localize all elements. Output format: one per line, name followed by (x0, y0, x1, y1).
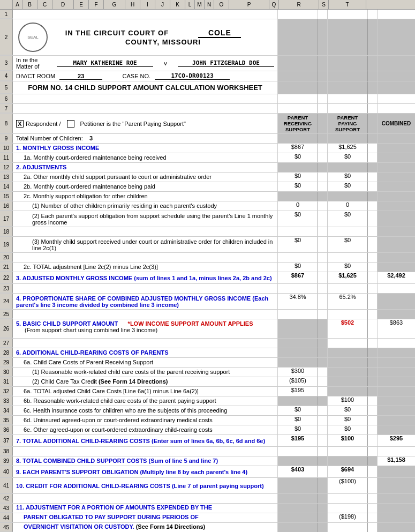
row-3: 3 In re the Matter of MARY KATHERINE ROE… (0, 56, 415, 71)
row17-pay: $0 (328, 211, 368, 227)
col-header-i: I (140, 0, 155, 9)
row35-pay: $0 (328, 416, 368, 425)
row36-label: 6e. Other agreed-upon or court-ordered e… (13, 425, 278, 434)
col-header-e: E (74, 0, 89, 9)
row11-s (368, 153, 378, 162)
col-header-q: Q (269, 0, 279, 9)
row39-pay (328, 456, 368, 466)
row9-q (318, 134, 328, 143)
col-header-a: A (13, 0, 22, 9)
row25-content (13, 310, 278, 319)
row13-pay: $0 (328, 173, 368, 182)
row-1: 1 (0, 10, 415, 19)
row-22: 22 3. ADJUSTED MONTHLY GROSS INCOME (sum… (0, 272, 415, 284)
row13-q (318, 173, 328, 182)
row33-pay: $100 (328, 396, 368, 406)
row-5: 5 FORM NO. 14 CHILD SUPPORT AMOUNT CALCU… (0, 81, 415, 94)
row20-comb (378, 253, 415, 262)
row-38: 38 (0, 447, 415, 456)
rownum-5: 5 (0, 81, 13, 94)
row27-comb (378, 339, 415, 348)
row44-s (368, 513, 378, 522)
row39-q (318, 456, 328, 466)
row17-recv: $0 (278, 211, 318, 227)
row7-content (13, 104, 278, 113)
row43-q (318, 504, 328, 513)
row-39: 39 8. TOTAL COMBINED CHILD SUPPORT COSTS… (0, 456, 415, 466)
row27-content (13, 339, 278, 348)
row16-q (318, 201, 328, 211)
row17-comb (378, 211, 415, 227)
row22-recv: $867 (278, 272, 318, 283)
row17-s (368, 211, 378, 227)
row2-pay (328, 19, 368, 55)
row4-q (318, 71, 328, 81)
rownum-19: 19 (0, 237, 13, 252)
checkbox-petitioner (67, 120, 74, 128)
row12-pay (328, 163, 368, 172)
row16-pay: 0 (328, 201, 368, 211)
row20-s (368, 253, 378, 262)
row37-comb: $295 (378, 435, 415, 446)
row23-s (368, 284, 378, 293)
row-7: 7 (0, 104, 415, 114)
row-14: 14 2b. Monthly court-ordered maintenance… (0, 182, 415, 192)
row10-recv: $867 (278, 144, 318, 153)
row35-label: 6d. Uninsured agreed-upon or court-order… (13, 416, 278, 425)
row12-label: 2. ADJUSTMENTS (13, 163, 278, 172)
row-40: 40 9. EACH PARENT'S SUPPORT OBLIGATION (… (0, 466, 415, 478)
row39-recv (278, 456, 318, 466)
row27-pay (328, 339, 368, 348)
row36-comb (378, 425, 415, 434)
rownum-42: 42 (0, 494, 13, 503)
row45-q (318, 523, 328, 532)
rownum-31: 31 (0, 377, 13, 386)
row18-pay (328, 227, 368, 236)
row14-comb (378, 182, 415, 191)
row-26: 26 5. BASIC CHILD SUPPORT AMOUNT *LOW IN… (0, 319, 415, 339)
row21-label: 2c. TOTAL adjustment [Line 2c(2) minus L… (13, 263, 278, 272)
court-header-cell: SEAL IN THE CIRCUIT COURT OF COLE COUNTY… (13, 19, 278, 55)
rownum-37: 37 (0, 435, 13, 446)
row43-pay (328, 504, 368, 513)
row34-q (318, 406, 328, 415)
row33-s (368, 396, 378, 406)
row40-recv: $403 (278, 466, 318, 477)
col-header-f: F (89, 0, 104, 9)
rownum-20: 20 (0, 253, 13, 262)
rownum-34: 34 (0, 406, 13, 415)
row1-q (318, 10, 328, 19)
row-30: 30 (1) Reasonable work-related child car… (0, 368, 415, 377)
row1-recv (278, 10, 318, 19)
row30-pay (328, 368, 368, 377)
rownum-43: 43 (0, 504, 13, 513)
row-45: 45 OVERNIGHT VISITATION OR CUSTODY. (See… (0, 523, 415, 532)
row3-comb (378, 56, 415, 71)
rownum-35: 35 (0, 416, 13, 425)
row14-s (368, 182, 378, 191)
row40-label: 9. EACH PARENT'S SUPPORT OBLIGATION (Mul… (13, 466, 278, 477)
rownum-7: 7 (0, 104, 13, 113)
row20-content (13, 253, 278, 262)
row3-pay (328, 56, 368, 71)
row40-pay: $694 (328, 466, 368, 477)
rownum-24: 24 (0, 294, 13, 309)
row29-recv (278, 358, 318, 367)
respondent-name: JOHN FITZGERALD DOE (178, 59, 274, 67)
row19-recv: $0 (278, 237, 318, 252)
row35-recv: $0 (278, 416, 318, 425)
row28-label: 6. ADDITIONAL CHILD-REARING COSTS OF PAR… (13, 348, 278, 357)
row9-recv (278, 134, 318, 143)
row6-s (368, 94, 378, 103)
row37-s (368, 435, 378, 446)
row35-comb (378, 416, 415, 425)
col-header-j: J (155, 0, 170, 9)
row-8: 8 X Respondent / Petitioner is the "Pare… (0, 114, 415, 134)
rownum-23: 23 (0, 284, 13, 293)
row-6: 6 (0, 94, 415, 104)
rownum-32: 32 (0, 387, 13, 396)
row-29: 29 6a. Child Care Costs of Parent Receiv… (0, 358, 415, 368)
row-44: 44 PARENT OBLIGATED TO PAY SUPPORT DURIN… (0, 513, 415, 523)
row32-label: 6a. TOTAL adjusted Child Care Costs [Lin… (13, 387, 278, 396)
row29-s (368, 358, 378, 367)
